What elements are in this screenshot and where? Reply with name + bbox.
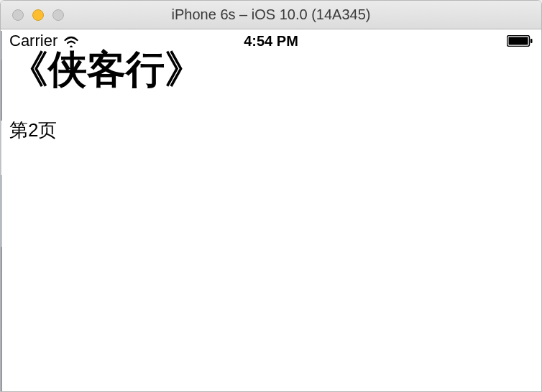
page-label: 第2页 bbox=[9, 118, 533, 143]
device-screen[interactable]: Carrier 4:54 PM bbox=[2, 31, 540, 391]
window-titlebar[interactable]: iPhone 6s – iOS 10.0 (14A345) bbox=[1, 1, 541, 29]
window-title: iPhone 6s – iOS 10.0 (14A345) bbox=[1, 6, 541, 23]
status-right bbox=[507, 35, 533, 47]
traffic-lights bbox=[1, 9, 64, 21]
status-left: Carrier bbox=[9, 32, 79, 50]
svg-rect-1 bbox=[509, 37, 528, 45]
status-bar: Carrier 4:54 PM bbox=[2, 31, 540, 51]
app-title: 《侠客行》 bbox=[9, 48, 533, 90]
wifi-icon bbox=[63, 34, 79, 47]
minimize-button[interactable] bbox=[32, 9, 44, 21]
app-content: 《侠客行》 第2页 bbox=[2, 48, 540, 143]
carrier-label: Carrier bbox=[9, 32, 58, 50]
status-time: 4:54 PM bbox=[244, 33, 298, 50]
svg-rect-2 bbox=[530, 39, 533, 43]
battery-icon bbox=[507, 35, 533, 47]
maximize-button[interactable] bbox=[52, 9, 64, 21]
close-button[interactable] bbox=[12, 9, 24, 21]
simulator-window: iPhone 6s – iOS 10.0 (14A345) Carrier 4:… bbox=[0, 0, 542, 392]
